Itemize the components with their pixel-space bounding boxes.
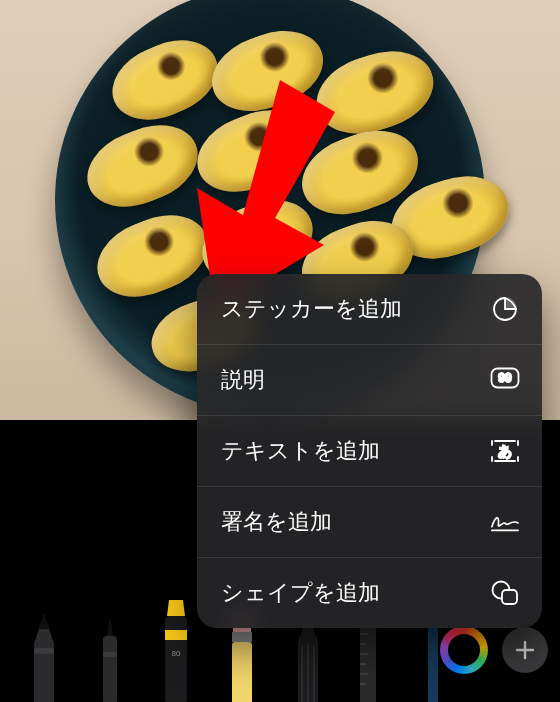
tool-eraser[interactable] xyxy=(220,616,264,702)
caption-icon: 99 xyxy=(490,365,520,395)
svg-text:80: 80 xyxy=(172,649,181,658)
sticker-icon xyxy=(490,294,520,324)
svg-rect-15 xyxy=(232,642,252,702)
menu-item-sticker[interactable]: ステッカーを追加 xyxy=(197,274,542,345)
color-picker-ring[interactable] xyxy=(440,626,488,674)
menu-item-caption[interactable]: 説明 99 xyxy=(197,345,542,416)
shape-icon xyxy=(490,578,520,608)
menu-item-text[interactable]: テキストを追加 あ xyxy=(197,416,542,487)
menu-item-shape[interactable]: シェイプを追加 xyxy=(197,558,542,628)
add-menu-popover: ステッカーを追加 説明 99 テキストを追加 xyxy=(197,274,542,628)
tool-fineliner[interactable] xyxy=(88,616,132,702)
menu-item-label: 署名を追加 xyxy=(221,507,332,537)
signature-icon xyxy=(490,507,520,537)
menu-item-signature[interactable]: 署名を追加 xyxy=(197,487,542,558)
svg-rect-10 xyxy=(165,616,187,702)
menu-item-label: 説明 xyxy=(221,365,265,395)
tool-crayon[interactable] xyxy=(286,616,330,702)
tool-ruler[interactable] xyxy=(352,616,396,702)
svg-rect-9 xyxy=(103,652,117,657)
svg-text:あ: あ xyxy=(498,443,512,459)
toolbar-right-controls xyxy=(440,626,548,674)
svg-rect-28 xyxy=(428,628,438,702)
svg-rect-7 xyxy=(34,648,54,654)
menu-item-label: シェイプを追加 xyxy=(221,578,380,608)
svg-rect-11 xyxy=(165,630,187,640)
menu-item-label: ステッカーを追加 xyxy=(221,294,402,324)
markup-editor: ステッカーを追加 説明 99 テキストを追加 xyxy=(0,0,560,702)
svg-rect-8 xyxy=(103,636,117,702)
svg-rect-14 xyxy=(232,632,252,642)
add-button[interactable] xyxy=(502,627,548,673)
menu-item-label: テキストを追加 xyxy=(221,436,380,466)
tool-pen[interactable] xyxy=(22,616,66,702)
svg-text:99: 99 xyxy=(498,371,512,385)
tool-marker[interactable]: 80 xyxy=(154,616,198,702)
svg-rect-6 xyxy=(502,590,517,604)
text-icon: あ xyxy=(490,436,520,466)
